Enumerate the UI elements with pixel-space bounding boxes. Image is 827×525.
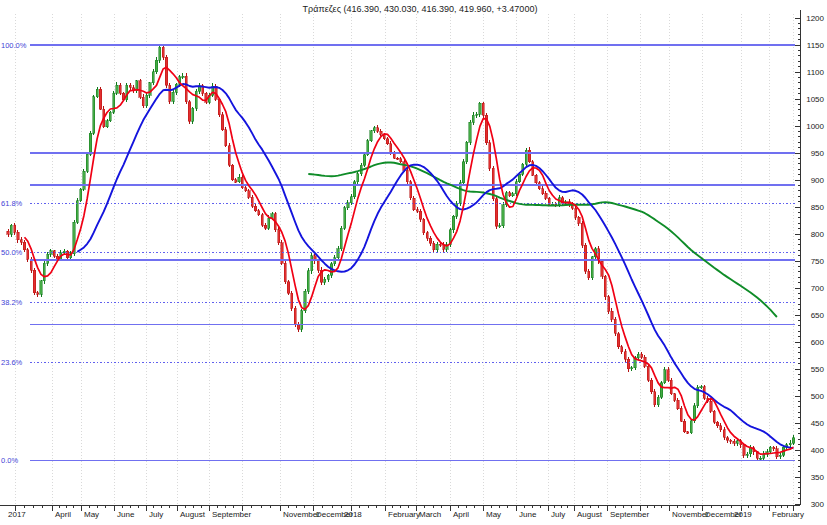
y-axis-label: 850 [811, 203, 825, 212]
x-axis: 2017AprilMayJuneJulyAugustSeptemberNovem… [0, 505, 804, 519]
x-axis-label: February [772, 510, 804, 519]
x-axis-label: March [419, 510, 441, 519]
x-axis-label: June [519, 510, 537, 519]
x-axis-label: August [577, 510, 603, 519]
y-axis-label: 1050 [806, 95, 824, 104]
y-axis: 3003504004505005506006507007508008509009… [795, 10, 825, 509]
ma-slow-green-line [308, 163, 777, 318]
fib-label: 38.2% [1, 298, 23, 307]
x-axis-label: July [551, 510, 565, 519]
y-axis-label: 800 [811, 230, 825, 239]
x-axis-label: May [84, 510, 99, 519]
y-axis-label: 700 [811, 284, 825, 293]
y-axis-label: 650 [811, 311, 825, 320]
fib-label: 0.0% [1, 456, 18, 465]
y-axis-label: 750 [811, 257, 825, 266]
y-axis-label: 1150 [807, 41, 825, 50]
y-axis-label: 350 [811, 473, 825, 482]
chart-title: Τράπεζες (416.390, 430.030, 416.390, 419… [303, 4, 538, 14]
fib-label: 100.0% [1, 41, 27, 50]
x-axis-label: 2017 [8, 510, 26, 519]
y-axis-label: 450 [811, 419, 825, 428]
y-axis-label: 1000 [806, 122, 824, 131]
x-axis-label: June [117, 510, 135, 519]
y-axis-label: 900 [811, 176, 825, 185]
fib-label: 50.0% [1, 248, 23, 257]
fib-label: 23.6% [1, 358, 23, 367]
x-axis-label: 2018 [344, 510, 362, 519]
y-axis-label: 500 [811, 392, 825, 401]
trading-chart-window: 100.0%61.8%50.0%38.2%23.6%0.0% 2017April… [0, 0, 827, 525]
y-axis-label: 600 [811, 338, 825, 347]
x-axis-label: 2019 [734, 510, 752, 519]
x-axis-label: July [149, 510, 163, 519]
x-axis-label: September [610, 510, 649, 519]
x-axis-label: November [283, 510, 320, 519]
y-axis-label: 1200 [806, 14, 824, 23]
moving-average-lines [25, 67, 794, 454]
candlestick-chart[interactable]: 100.0%61.8%50.0%38.2%23.6%0.0% 2017April… [0, 0, 827, 525]
x-axis-label: May [486, 510, 501, 519]
y-axis-label: 1100 [807, 68, 825, 77]
x-axis-label: August [180, 510, 206, 519]
ma-medium-blue-line [77, 84, 793, 448]
y-axis-label: 950 [811, 149, 825, 158]
x-axis-label: April [453, 510, 469, 519]
x-axis-label: April [55, 510, 71, 519]
y-axis-label: 300 [811, 500, 825, 509]
fib-label: 61.8% [1, 199, 23, 208]
x-axis-label: November [672, 510, 709, 519]
y-axis-label: 550 [811, 365, 825, 374]
y-axis-label: 400 [811, 446, 825, 455]
x-axis-label: September [212, 510, 251, 519]
x-axis-label: February [388, 510, 420, 519]
